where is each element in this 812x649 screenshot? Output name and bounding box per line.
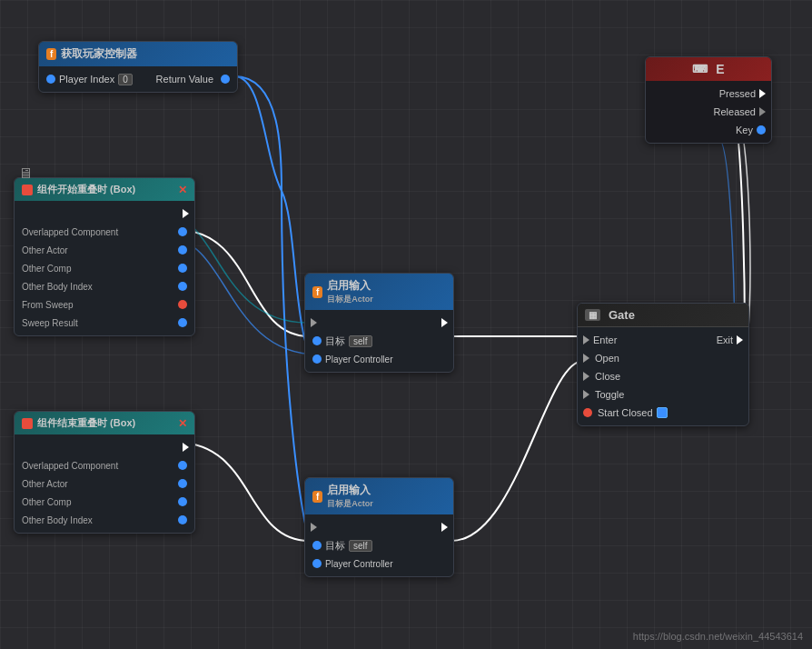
sweep-result-pin <box>178 318 187 327</box>
overlap-end-node: 组件结束重叠时 (Box) ✕ Overlapped Component Oth… <box>14 411 195 534</box>
overlapped-component-end-label: Overlapped Component <box>22 461 118 471</box>
open-label: Open <box>595 353 619 364</box>
exit-label: Exit <box>717 334 733 345</box>
return-value-label: Return Value <box>156 74 213 85</box>
other-comp-row: Other Comp <box>15 259 194 277</box>
enable-input-top-title: 启用输入 <box>327 278 373 294</box>
enable-input-top-node: f 启用输入 目标是Actor 目标 self Player Controlle… <box>304 273 454 373</box>
watermark: https://blog.csdn.net/weixin_44543614 <box>633 631 803 642</box>
get-controller-title: 获取玩家控制器 <box>61 46 137 62</box>
overlap-begin-body: Overlapped Component Other Actor Other C… <box>15 201 194 335</box>
enable-top-target-value: self <box>349 335 372 347</box>
enable-bottom-exec-row <box>305 518 453 536</box>
player-index-row: Player Index 0 Return Value <box>39 70 237 88</box>
key-e-body: Pressed Released Key <box>646 81 771 143</box>
other-comp-end-label: Other Comp <box>22 497 71 507</box>
exec-out-row <box>15 205 194 223</box>
enter-side: Enter <box>583 334 617 345</box>
key-label: Key <box>736 125 753 135</box>
released-pin <box>759 107 766 116</box>
exit-side: Exit <box>717 334 743 345</box>
enable-bottom-pc-pin <box>312 559 322 568</box>
pressed-row: Pressed <box>646 85 771 103</box>
key-e-node: ⌨ E Pressed Released Key <box>645 56 772 144</box>
enable-bottom-exec-out <box>441 523 448 532</box>
released-row: Released <box>646 103 771 121</box>
exec-out-pin <box>183 209 189 218</box>
enable-bottom-target-value: self <box>349 540 372 552</box>
exec-out-end-row <box>15 438 194 456</box>
start-closed-pin <box>583 408 592 417</box>
enable-input-bottom-title: 启用输入 <box>327 483 373 498</box>
overlapped-component-end-row: Overlapped Component <box>15 456 194 474</box>
gate-icon: ▦ <box>585 309 600 321</box>
enable-bottom-target-row: 目标 self <box>305 536 453 554</box>
toggle-label: Toggle <box>595 389 624 400</box>
overlap-begin-title: 组件开始重叠时 (Box) <box>37 183 135 196</box>
return-value-pin <box>221 75 230 84</box>
start-closed-label: Start Closed <box>598 407 653 418</box>
enable-input-top-header: f 启用输入 目标是Actor <box>305 274 453 310</box>
enable-top-pc-row: Player Controller <box>305 350 453 368</box>
enable-top-target-row: 目标 self <box>305 332 453 350</box>
close-icon[interactable]: ✕ <box>178 184 187 196</box>
open-row: Open <box>578 349 748 367</box>
key-e-title: E <box>716 62 724 76</box>
key-pin <box>757 125 766 135</box>
enable-input-bottom-header: f 启用输入 目标是Actor <box>305 478 453 514</box>
enable-top-exec-row <box>305 314 453 332</box>
enable-top-exec-in <box>311 318 317 327</box>
enable-top-pc-pin <box>312 354 322 364</box>
gate-node: ▦ Gate Enter Exit Open Close Toggle <box>577 303 749 426</box>
close-end-icon[interactable]: ✕ <box>178 417 187 430</box>
other-comp-pin <box>178 264 187 273</box>
from-sweep-row: From Sweep <box>15 295 194 314</box>
keyboard-icon: ⌨ <box>692 63 708 75</box>
enable-input-top-icon: f <box>312 286 322 298</box>
from-sweep-pin <box>178 300 187 309</box>
other-actor-end-pin <box>178 479 187 488</box>
pressed-label: Pressed <box>719 88 756 99</box>
enable-input-top-body: 目标 self Player Controller <box>305 310 453 372</box>
overlap-end-body: Overlapped Component Other Actor Other C… <box>15 434 194 533</box>
gate-header: ▦ Gate <box>578 304 748 327</box>
other-actor-end-row: Other Actor <box>15 474 194 493</box>
toggle-row: Toggle <box>578 385 748 404</box>
open-pin <box>583 354 589 363</box>
other-actor-pin <box>178 245 187 255</box>
exit-pin <box>737 335 743 344</box>
enable-top-target-pin <box>312 336 322 345</box>
overlapped-component-pin <box>178 227 187 236</box>
from-sweep-label: From Sweep <box>22 300 74 310</box>
other-body-index-end-row: Other Body Index <box>15 511 194 529</box>
overlap-end-icon <box>22 418 33 429</box>
enable-input-bottom-body: 目标 self Player Controller <box>305 514 453 576</box>
get-controller-body: Player Index 0 Return Value <box>39 66 237 92</box>
other-body-index-label: Other Body Index <box>22 282 93 292</box>
enable-top-target-label: 目标 <box>325 334 345 348</box>
sweep-result-label: Sweep Result <box>22 318 78 328</box>
function-icon: f <box>46 48 56 60</box>
get-controller-header: f 获取玩家控制器 <box>39 42 237 66</box>
overlap-end-header: 组件结束重叠时 (Box) ✕ <box>15 412 194 434</box>
enter-label: Enter <box>593 334 617 345</box>
enable-bottom-exec-in <box>311 523 317 532</box>
enable-input-bottom-icon: f <box>312 491 322 503</box>
overlap-begin-node: 组件开始重叠时 (Box) ✕ Overlapped Component Oth… <box>14 177 195 336</box>
close-label: Close <box>595 371 620 382</box>
sweep-result-row: Sweep Result <box>15 314 194 332</box>
key-e-header: ⌨ E <box>646 57 771 81</box>
enable-top-pc-label: Player Controller <box>325 354 392 364</box>
start-closed-checkbox[interactable] <box>657 407 668 418</box>
enable-bottom-target-label: 目标 <box>325 539 345 553</box>
other-comp-label: Other Comp <box>22 264 71 274</box>
other-actor-row: Other Actor <box>15 241 194 259</box>
overlap-begin-header: 组件开始重叠时 (Box) ✕ <box>15 178 194 201</box>
other-body-index-pin <box>178 282 187 291</box>
enable-bottom-target-pin <box>312 541 322 550</box>
enable-top-exec-out <box>441 318 448 327</box>
close-pin <box>583 372 589 381</box>
enter-exit-row: Enter Exit <box>578 331 748 349</box>
other-comp-end-row: Other Comp <box>15 493 194 511</box>
other-body-index-end-pin <box>178 515 187 524</box>
